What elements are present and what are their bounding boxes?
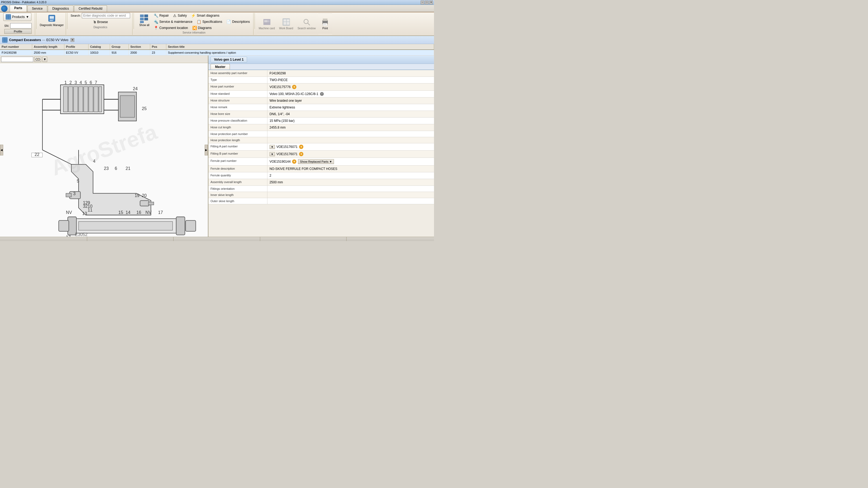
products-icon [6, 14, 11, 20]
smart-diagrams-item[interactable]: ⚡ Smart diagrams [190, 13, 220, 18]
breadcrumb-close-button[interactable]: ✕ [70, 38, 74, 42]
products-label: Products [12, 15, 25, 19]
svg-rect-38 [73, 87, 78, 112]
descriptions-item[interactable]: 📄 Descriptions [225, 19, 251, 24]
tab-diagnostics[interactable]: Diagnostics [48, 5, 73, 12]
svg-text:3: 3 [74, 80, 77, 85]
search-part-button[interactable] [34, 57, 41, 62]
component-location-item[interactable]: 📍 Component location [153, 25, 189, 31]
tab-service[interactable]: Service [27, 5, 47, 12]
minimize-button[interactable]: ─ [421, 1, 424, 4]
svg-rect-39 [79, 87, 83, 112]
detail-label: Fittings orientation [209, 186, 268, 192]
sn-input[interactable] [10, 23, 32, 28]
detail-value-text: VOE15175776 [270, 85, 291, 89]
th-pos: Pos [150, 44, 166, 49]
maximize-button[interactable]: □ [425, 1, 429, 4]
plus-badge[interactable]: + [292, 160, 297, 164]
plus-badge[interactable]: + [299, 152, 303, 156]
table-row[interactable]: PJ4190298 2500 mm EC50 VV 10010 916 2000… [0, 50, 434, 56]
svg-rect-27 [323, 24, 326, 25]
th-catalog: Catalog [89, 44, 110, 49]
plus-badge[interactable]: + [292, 85, 297, 89]
svg-text:25: 25 [142, 106, 147, 111]
safety-item[interactable]: ⚠ Safety [172, 13, 188, 18]
svg-text:7: 7 [95, 80, 97, 85]
dropdown-button[interactable]: ▼ [270, 145, 275, 149]
detail-row: Hose remarkExtreme lightness [209, 104, 434, 111]
diagram-svg: 1 2 3 4 5 6 7 24 25 [0, 63, 208, 237]
nav-tabs: Parts Service Diagnostics Certified Rebu… [0, 5, 434, 12]
specifications-item[interactable]: 📋 Specifications [195, 19, 223, 24]
service-maintenance-item[interactable]: 🔩 Service & maintenance [153, 19, 193, 24]
svg-text:5: 5 [77, 178, 79, 183]
smart-diagrams-label: Smart diagrams [197, 14, 219, 18]
detail-row: Hose pressure classification15 MPa (150 … [209, 118, 434, 124]
show-all-button[interactable]: Show all [137, 13, 152, 28]
detail-label: Hose pressure classification [209, 118, 268, 124]
profile-button[interactable]: Profile [4, 29, 32, 34]
detail-row: Outer skive length [209, 198, 434, 204]
print-button[interactable]: Print [318, 13, 332, 34]
svg-rect-60 [66, 193, 71, 197]
repair-item[interactable]: 🔧 Repair [153, 13, 170, 18]
detail-value: 2500 mm [268, 179, 434, 185]
plus-badge[interactable]: + [299, 145, 303, 149]
dropdown-button[interactable]: ▼ [270, 152, 275, 156]
question-badge[interactable]: ? [320, 92, 324, 96]
products-button[interactable]: Products ▼ [3, 13, 31, 21]
search-input[interactable] [82, 13, 130, 18]
tab-certified-rebuild[interactable]: Certified Rebuild [74, 5, 107, 12]
detail-row: Hose assembly part numberPJ4190298 [209, 70, 434, 77]
detail-row: Hose bore sizeDN6, 1/4", -04 [209, 111, 434, 118]
svg-rect-1 [8, 15, 11, 17]
svg-text:E3052: E3052 [75, 232, 88, 237]
scroll-right-button[interactable]: ▶ [205, 145, 208, 155]
detail-value-text: 2455.8 mm [270, 125, 286, 130]
svg-text:NV: NV [145, 210, 152, 215]
close-button[interactable]: ✕ [429, 1, 433, 4]
part-number-input[interactable]: 4190298 [1, 57, 33, 62]
detail-row: Hose structureWire braided one layer [209, 97, 434, 104]
service-info-section: Show all 🔧 Repair ⚠ Safety ⚡ Smart diagr… [135, 13, 253, 35]
component-location-icon: 📍 [154, 26, 158, 30]
search-window-button[interactable]: Search window [296, 13, 318, 34]
diagnostics-label: Diagnostics [93, 26, 107, 29]
svg-point-21 [304, 19, 308, 24]
tab-parts[interactable]: Parts [10, 5, 27, 12]
master-tab[interactable]: Master [211, 64, 230, 69]
diagrams-icon: 🔀 [192, 26, 197, 30]
products-section: Products ▼ SN: Profile [1, 13, 35, 35]
detail-value-text: 2 [270, 174, 272, 177]
svg-text:14: 14 [126, 210, 130, 215]
sn-area: SN: Profile [3, 22, 33, 35]
show-all-label: Show all [139, 24, 149, 27]
show-all-icon [140, 14, 149, 24]
table-header: Part number Assembly length Profile Cata… [0, 44, 434, 50]
td-profile: EC50 VV [64, 50, 89, 55]
detail-value: Volvo 100, MSHA 2G-IC-126C/8-1? [268, 91, 434, 97]
svg-line-22 [308, 23, 310, 25]
details-header: Volvo gen 1 Level 1 [209, 56, 434, 64]
detail-value: 15 MPa (150 bar) [268, 118, 434, 124]
svg-text:NV: NV [66, 210, 72, 215]
svg-rect-10 [140, 21, 144, 23]
scroll-left-button[interactable]: ◀ [0, 145, 3, 155]
details-panel: Volvo gen 1 Level 1 Master Hose assembly… [209, 56, 434, 237]
diagram-toolbar: 4190298 ▼ [0, 56, 208, 63]
show-replaced-button[interactable]: Show Replaced Parts ▼ [298, 159, 334, 164]
detail-label: Fitting B part number [209, 151, 268, 157]
machine-card-button[interactable]: Machine card [257, 13, 277, 34]
machine-card-icon [262, 18, 271, 26]
diagrams-item[interactable]: 🔀 Diagrams [191, 25, 213, 31]
work-board-button[interactable]: Work Board [277, 13, 295, 34]
breadcrumb-bar: Compact Excavators — EC50 VV Volvo ✕ [0, 36, 434, 44]
toolbar: Products ▼ SN: Profile Diagnostic Mana [0, 12, 434, 36]
valve-block-top: 1 2 3 4 5 6 7 [61, 80, 104, 114]
dropdown-arrow-button[interactable]: ▼ [42, 57, 47, 62]
browse-button[interactable]: 🖱 Browse [93, 20, 108, 24]
detail-value-text: TWO-PIECE [270, 78, 288, 82]
smart-diagrams-icon: ⚡ [191, 13, 195, 18]
svg-rect-29 [5, 37, 7, 40]
detail-value: ▼VOE15176071+ [268, 143, 434, 150]
